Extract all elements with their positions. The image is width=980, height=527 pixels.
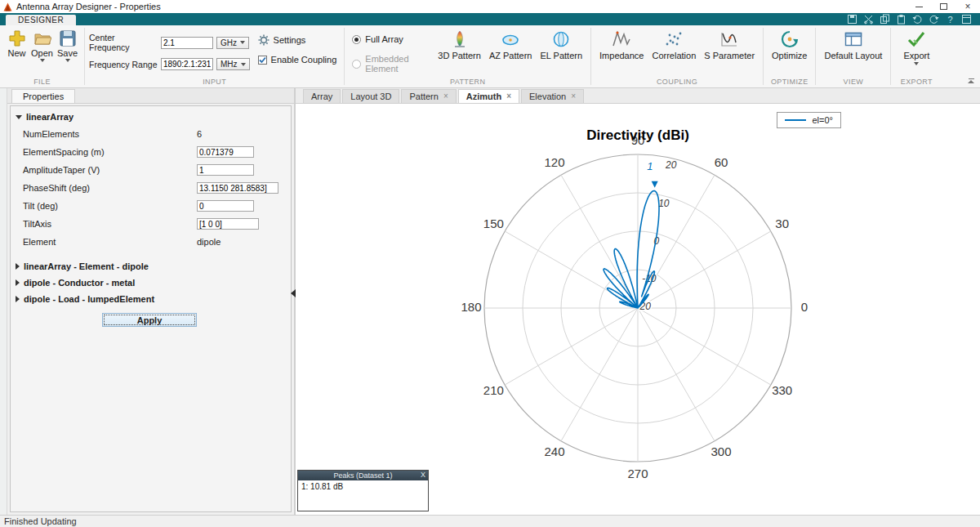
- save-icon[interactable]: [847, 14, 858, 25]
- tab-label: Elevation: [529, 92, 566, 101]
- impedance-button[interactable]: Impedance: [595, 27, 648, 76]
- group-coupling-caption: COUPLING: [591, 78, 763, 86]
- window-icon[interactable]: [961, 14, 972, 25]
- svg-text:180: 180: [461, 300, 481, 314]
- undo-icon[interactable]: [912, 14, 923, 25]
- collapse-icon: [969, 78, 974, 79]
- toolstrip: New Open Save FILE Center Frequency: [0, 25, 980, 88]
- collapse-toolstrip-button[interactable]: [968, 78, 974, 83]
- group-export-caption: EXPORT: [891, 78, 942, 86]
- legend-line-sample: [785, 119, 806, 121]
- default-layout-label: Default Layout: [824, 51, 882, 60]
- s-parameter-button[interactable]: S Parameter: [700, 27, 759, 76]
- property-input[interactable]: [197, 218, 259, 230]
- new-label: New: [7, 48, 25, 58]
- close-tab-icon[interactable]: ×: [443, 92, 448, 100]
- property-input[interactable]: [197, 164, 254, 176]
- tab-layout-3d[interactable]: Layout 3D: [342, 89, 399, 103]
- embedded-element-radio[interactable]: Embedded Element: [352, 54, 427, 74]
- panel-collapse-arrow-icon[interactable]: [291, 289, 296, 297]
- apply-button[interactable]: Apply: [102, 313, 197, 327]
- tab-azimuth[interactable]: Azimuth×: [458, 89, 519, 103]
- copy-icon[interactable]: [880, 14, 890, 25]
- svg-text:1: 1: [647, 160, 653, 172]
- export-button[interactable]: Export: [895, 27, 938, 76]
- minimize-button[interactable]: [906, 0, 931, 13]
- app-icon: [3, 2, 12, 11]
- default-layout-button[interactable]: Default Layout: [820, 27, 886, 76]
- property-input[interactable]: [197, 146, 254, 158]
- collapsed-section-header[interactable]: dipole - Load - lumpedElement: [11, 291, 291, 307]
- save-button[interactable]: Save: [55, 27, 80, 76]
- frequency-range-unit-dropdown[interactable]: MHz: [216, 58, 250, 70]
- correlation-button[interactable]: Correlation: [648, 27, 700, 76]
- ribbon-tabband: DESIGNER ?: [0, 13, 980, 25]
- property-input[interactable]: [197, 200, 254, 212]
- tab-pattern[interactable]: Pattern×: [401, 89, 456, 103]
- property-row: PhaseShift (deg): [11, 179, 291, 197]
- collapsed-section-header[interactable]: linearArray - Element - dipole: [11, 258, 291, 275]
- center-frequency-input[interactable]: [161, 37, 213, 49]
- 3d-pattern-button[interactable]: 3D Pattern: [434, 27, 485, 76]
- close-tab-icon[interactable]: ×: [571, 92, 576, 100]
- impedance-label: Impedance: [599, 51, 644, 60]
- property-row: NumElements6: [11, 125, 291, 143]
- tab-array[interactable]: Array: [303, 89, 341, 103]
- maximize-button[interactable]: [931, 0, 956, 13]
- help-icon[interactable]: ?: [945, 14, 956, 25]
- open-button[interactable]: Open: [29, 27, 55, 76]
- chevron-down-icon: [240, 41, 245, 44]
- peaks-window-titlebar[interactable]: Peaks (Dataset 1) X: [298, 471, 428, 480]
- export-icon: [906, 29, 926, 49]
- settings-button[interactable]: Settings: [258, 34, 337, 46]
- legend-label: el=0°: [812, 115, 833, 125]
- close-icon: ×: [964, 1, 970, 12]
- property-row: AmplitudeTaper (V): [11, 161, 291, 179]
- peaks-close-button[interactable]: X: [421, 471, 425, 479]
- az-pattern-button[interactable]: AZ Pattern: [485, 27, 537, 76]
- frequency-range-input[interactable]: [161, 58, 213, 70]
- property-value: dipole: [197, 237, 220, 247]
- left-rail: [0, 88, 7, 515]
- optimize-icon: [780, 29, 800, 49]
- impedance-icon: [612, 29, 631, 49]
- minimize-icon: [915, 7, 923, 7]
- svg-text:?: ?: [947, 15, 952, 25]
- redo-icon[interactable]: [929, 14, 939, 25]
- full-array-radio[interactable]: Full Array: [352, 34, 427, 44]
- collapsed-section-header[interactable]: dipole - Conductor - metal: [11, 275, 291, 291]
- optimize-button[interactable]: Optimize: [768, 27, 811, 76]
- enable-coupling-label: Enable Coupling: [271, 55, 337, 65]
- enable-coupling-checkbox[interactable]: Enable Coupling: [258, 55, 337, 65]
- tab-designer[interactable]: DESIGNER: [6, 15, 76, 25]
- center-frequency-unit-dropdown[interactable]: GHz: [216, 37, 249, 49]
- tab-properties[interactable]: Properties: [11, 89, 75, 103]
- el-pattern-label: EL Pattern: [540, 51, 582, 60]
- section-label: linearArray: [26, 112, 74, 122]
- new-button[interactable]: New: [4, 27, 29, 76]
- cut-icon[interactable]: [863, 14, 874, 25]
- tab-elevation[interactable]: Elevation×: [521, 89, 584, 103]
- section-label: dipole - Conductor - metal: [24, 278, 135, 288]
- paste-icon[interactable]: [896, 14, 906, 25]
- close-button[interactable]: ×: [956, 0, 980, 13]
- property-label: Element: [23, 237, 197, 247]
- close-tab-icon[interactable]: ×: [506, 92, 511, 100]
- default-layout-icon: [844, 29, 863, 49]
- el-pattern-button[interactable]: EL Pattern: [536, 27, 586, 76]
- section-lineararray[interactable]: linearArray: [11, 109, 291, 125]
- embedded-element-label: Embedded Element: [365, 54, 427, 74]
- expanded-arrow-icon: [16, 115, 22, 119]
- pattern-mode-radios: Full Array Embedded Element: [349, 27, 434, 76]
- center-frequency-label: Center Frequency: [89, 33, 158, 52]
- radio-selected-icon: [352, 35, 361, 44]
- property-input[interactable]: [197, 182, 278, 194]
- save-label: Save: [57, 48, 78, 58]
- export-label: Export: [903, 51, 929, 60]
- az-pattern-label: AZ Pattern: [489, 51, 532, 60]
- polar-plot: 0306090120150180210240270300330Directivi…: [296, 104, 978, 515]
- chevron-up-icon: [968, 80, 974, 83]
- collapsed-sections: linearArray - Element - dipoledipole - C…: [11, 258, 291, 307]
- property-label: PhaseShift (deg): [23, 183, 197, 193]
- section-label: dipole - Load - lumpedElement: [24, 294, 154, 304]
